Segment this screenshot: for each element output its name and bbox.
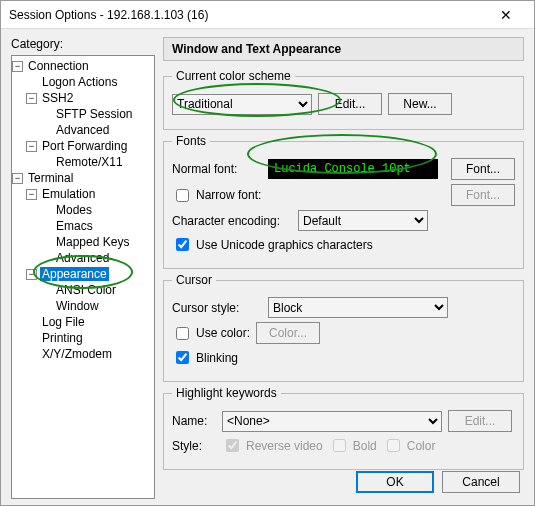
normal-font-label: Normal font: <box>172 162 262 176</box>
highlight-group: Highlight keywords Name: <None> Edit... … <box>163 386 524 470</box>
tree-appearance[interactable]: −Appearance <box>12 266 154 282</box>
tree-connection[interactable]: −Connection <box>12 58 154 74</box>
tree-emacs[interactable]: Emacs <box>12 218 154 234</box>
unicode-graphics-checkbox[interactable] <box>176 238 189 251</box>
cursor-legend: Cursor <box>172 273 216 287</box>
cursor-group: Cursor Cursor style: Block Use color: Co… <box>163 273 524 382</box>
hl-edit-button: Edit... <box>448 410 512 432</box>
color-scheme-group: Current color scheme Traditional Edit...… <box>163 69 524 130</box>
tree-logon-actions[interactable]: Logon Actions <box>12 74 154 90</box>
hl-bold-check: Bold <box>329 436 377 455</box>
cancel-button[interactable]: Cancel <box>442 471 520 493</box>
hl-color-checkbox <box>387 439 400 452</box>
tree-modes[interactable]: Modes <box>12 202 154 218</box>
close-icon[interactable]: ✕ <box>486 7 526 23</box>
tree-log-file[interactable]: Log File <box>12 314 154 330</box>
tree-ansi-color[interactable]: ANSI Color <box>12 282 154 298</box>
blinking-check[interactable]: Blinking <box>172 348 238 367</box>
hl-reverse-checkbox <box>226 439 239 452</box>
tree-emulation[interactable]: −Emulation <box>12 186 154 202</box>
encoding-label: Character encoding: <box>172 214 292 228</box>
tree-emu-advanced[interactable]: Advanced <box>12 250 154 266</box>
cursor-style-select[interactable]: Block <box>268 297 448 318</box>
color-scheme-select[interactable]: Traditional <box>172 94 312 115</box>
tree-window[interactable]: Window <box>12 298 154 314</box>
titlebar: Session Options - 192.168.1.103 (16) ✕ <box>1 1 534 29</box>
tree-port-forwarding[interactable]: −Port Forwarding <box>12 138 154 154</box>
fonts-legend: Fonts <box>172 134 210 148</box>
fonts-group: Fonts Normal font: Lucida Console 10pt F… <box>163 134 524 269</box>
narrow-font-button: Font... <box>451 184 515 206</box>
category-label: Category: <box>11 37 155 51</box>
encoding-select[interactable]: Default <box>298 210 428 231</box>
tree-ssh2[interactable]: −SSH2 <box>12 90 154 106</box>
use-color-check[interactable]: Use color: <box>172 324 250 343</box>
cursor-color-button: Color... <box>256 322 320 344</box>
tree-printing[interactable]: Printing <box>12 330 154 346</box>
scheme-edit-button[interactable]: Edit... <box>318 93 382 115</box>
hl-style-label: Style: <box>172 439 216 453</box>
hl-bold-checkbox <box>333 439 346 452</box>
pane-header: Window and Text Appearance <box>163 37 524 61</box>
narrow-font-check[interactable]: Narrow font: <box>172 186 261 205</box>
tree-terminal[interactable]: −Terminal <box>12 170 154 186</box>
tree-remote-x11[interactable]: Remote/X11 <box>12 154 154 170</box>
session-options-dialog: Session Options - 192.168.1.103 (16) ✕ C… <box>0 0 535 506</box>
category-tree[interactable]: −Connection Logon Actions −SSH2 SFTP Ses… <box>11 55 155 499</box>
cursor-style-label: Cursor style: <box>172 301 262 315</box>
ok-button[interactable]: OK <box>356 471 434 493</box>
tree-xyzmodem[interactable]: X/Y/Zmodem <box>12 346 154 362</box>
hl-color-check: Color <box>383 436 436 455</box>
highlight-legend: Highlight keywords <box>172 386 281 400</box>
font-button[interactable]: Font... <box>451 158 515 180</box>
narrow-font-checkbox[interactable] <box>176 189 189 202</box>
blinking-checkbox[interactable] <box>176 351 189 364</box>
font-preview: Lucida Console 10pt <box>268 159 438 179</box>
scheme-new-button[interactable]: New... <box>388 93 452 115</box>
hl-name-label: Name: <box>172 414 216 428</box>
use-color-checkbox[interactable] <box>176 327 189 340</box>
tree-mapped-keys[interactable]: Mapped Keys <box>12 234 154 250</box>
window-title: Session Options - 192.168.1.103 (16) <box>9 8 486 22</box>
tree-ssh2-advanced[interactable]: Advanced <box>12 122 154 138</box>
color-scheme-legend: Current color scheme <box>172 69 295 83</box>
hl-reverse-check: Reverse video <box>222 436 323 455</box>
unicode-graphics-check[interactable]: Use Unicode graphics characters <box>172 235 373 254</box>
tree-sftp-session[interactable]: SFTP Session <box>12 106 154 122</box>
hl-name-select[interactable]: <None> <box>222 411 442 432</box>
